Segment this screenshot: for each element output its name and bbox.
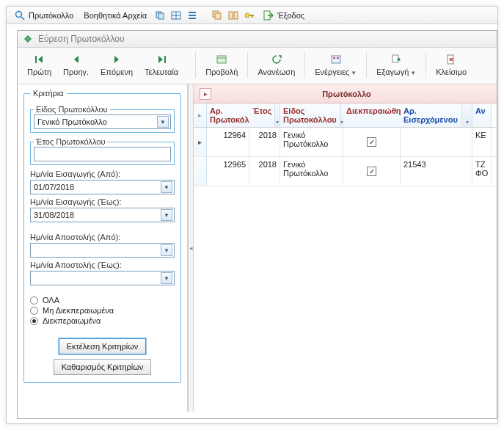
svg-rect-12 xyxy=(229,12,233,19)
row-header-knob[interactable]: ▸ xyxy=(194,103,207,127)
type-combo[interactable]: Γενικό Πρωτόκολλο ▼ xyxy=(34,114,171,129)
svg-rect-3 xyxy=(158,13,164,19)
view-icon xyxy=(216,54,227,65)
menu-aux-label: Βοηθητικά Αρχεία xyxy=(84,11,147,20)
criteria-legend: Κριτήρια xyxy=(30,89,67,98)
list-icon[interactable] xyxy=(186,10,198,21)
criteria-fieldset: Κριτήρια Είδος Πρωτοκόλλου Γενικό Πρωτόκ… xyxy=(23,89,181,383)
nav-next-button[interactable]: Επόμενη xyxy=(95,51,138,79)
close-button[interactable]: Κλείσιμο xyxy=(431,51,472,79)
radio-all[interactable]: ΟΛΑ xyxy=(30,296,175,305)
chevron-down-icon: ▼ xyxy=(161,272,172,284)
send-to-label: Ημ/νία Αποστολής (Έως): xyxy=(30,260,175,269)
svg-rect-18 xyxy=(25,36,31,42)
refresh-button[interactable]: Ανανέωση xyxy=(252,51,300,79)
menu-protocol-label: Πρωτόκολλο xyxy=(29,11,73,20)
col-eis[interactable]: Αρ. Εισερχόμενου ▾ xyxy=(401,103,472,127)
chevron-down-icon: ▼ xyxy=(161,181,172,193)
table-row[interactable]: 129652018Γενικό Πρωτόκολλο✓21543ΤΖ ΦΟ xyxy=(194,157,497,186)
cell: 2018 xyxy=(249,157,280,186)
menu-aux[interactable]: Βοηθητικά Αρχεία xyxy=(81,10,150,21)
type-fieldset: Είδος Πρωτοκόλλου Γενικό Πρωτόκολλο ▼ xyxy=(30,105,175,133)
nav-prev-button[interactable]: Προηγ. xyxy=(58,51,94,79)
svg-rect-23 xyxy=(332,56,340,63)
run-criteria-button[interactable]: Εκτέλεση Κριτηρίων xyxy=(59,338,147,354)
splitter[interactable]: ◂ xyxy=(188,84,194,412)
diamond-icon xyxy=(22,33,34,45)
col-ar[interactable]: Αρ. Πρωτοκόλλου ▾ xyxy=(207,103,249,127)
cell: 2018 xyxy=(249,128,280,156)
export-icon xyxy=(390,54,402,65)
insert-to-input[interactable]: 31/08/2018 ▼ xyxy=(30,208,175,222)
filter-icon[interactable]: ▾ xyxy=(461,103,472,127)
band-knob[interactable]: ▸ xyxy=(200,88,211,100)
cell: 12964 xyxy=(207,128,249,156)
cell-checkbox[interactable]: ✓ xyxy=(343,157,401,186)
first-icon xyxy=(34,54,45,65)
svg-rect-21 xyxy=(217,56,226,63)
svg-rect-25 xyxy=(337,57,339,59)
insert-from-input[interactable]: 01/07/2018 ▼ xyxy=(30,180,175,194)
actions-button[interactable]: Ενέργειες▼ xyxy=(310,51,362,79)
svg-rect-24 xyxy=(333,57,335,59)
svg-point-14 xyxy=(245,13,249,18)
row-indicator: ▸ xyxy=(194,128,207,156)
radio-pending[interactable]: Μη Διεκπεραιωμένα xyxy=(30,306,175,315)
cell: ΚΕ xyxy=(472,128,492,156)
checkbox-icon: ✓ xyxy=(367,167,376,176)
insert-to-label: Ημ/νία Εισαγωγής (Έως): xyxy=(30,197,175,206)
copy-icon[interactable] xyxy=(154,10,166,21)
col-diek[interactable]: Διεκπεραιώθηκε ▾ xyxy=(343,103,401,127)
col-an[interactable]: Αν xyxy=(472,103,492,127)
chevron-down-icon: ▼ xyxy=(157,116,169,128)
cell: Γενικό Πρωτόκολλο xyxy=(280,128,343,156)
subwindow-title: Εύρεση Πρωτοκόλλου xyxy=(38,34,124,44)
menu-protocol[interactable]: Πρωτόκολλο xyxy=(11,8,76,23)
chevron-down-icon: ▼ xyxy=(161,244,172,256)
radio-icon xyxy=(30,296,38,305)
chevron-down-icon: ▼ xyxy=(410,70,416,76)
cell: 21543 xyxy=(401,157,472,186)
grip-icon: ◂ xyxy=(189,244,193,252)
year-legend: Έτος Πρωτοκόλλου xyxy=(34,137,107,146)
checkbox-icon: ✓ xyxy=(367,137,376,147)
cell-checkbox[interactable]: ✓ xyxy=(343,128,401,156)
year-fieldset: Έτος Πρωτοκόλλου xyxy=(30,137,175,165)
search-icon xyxy=(14,10,26,21)
cell: ΤΖ ΦΟ xyxy=(472,157,492,186)
filter-icon[interactable]: ▾ xyxy=(274,103,280,127)
table-row[interactable]: ▸129642018Γενικό Πρωτόκολλο✓ΚΕ xyxy=(194,128,497,157)
clear-criteria-button[interactable]: Καθαρισμός Κριτηρίων xyxy=(54,359,152,375)
chevron-down-icon: ▼ xyxy=(351,70,357,76)
grid-band-title: Πρωτόκολλο xyxy=(219,90,475,98)
cards-icon[interactable] xyxy=(227,10,239,21)
send-from-input[interactable]: ▼ xyxy=(30,243,175,258)
radio-done[interactable]: Διεκπεραιωμένα xyxy=(30,316,175,325)
export-button[interactable]: Εξαγωγή▼ xyxy=(371,51,421,79)
refresh-icon xyxy=(271,54,282,65)
year-input[interactable] xyxy=(34,147,171,161)
svg-rect-19 xyxy=(35,56,37,63)
nav-first-button[interactable]: Πρώτη xyxy=(22,51,56,79)
exit-icon xyxy=(263,10,274,21)
send-to-input[interactable]: ▼ xyxy=(30,271,175,285)
last-icon xyxy=(156,54,167,65)
chevron-down-icon: ▼ xyxy=(161,209,172,221)
svg-rect-20 xyxy=(164,56,166,63)
radio-icon xyxy=(30,317,38,325)
nav-last-button[interactable]: Τελευταία xyxy=(139,51,183,79)
next-icon xyxy=(111,54,123,65)
svg-rect-13 xyxy=(234,12,238,19)
view-button[interactable]: Προβολή xyxy=(200,51,243,79)
radio-icon xyxy=(30,307,38,315)
stack-icon[interactable] xyxy=(211,10,223,21)
send-from-label: Ημ/νία Αποστολής (Από): xyxy=(30,233,175,241)
cell xyxy=(401,128,472,156)
key-icon[interactable] xyxy=(244,10,255,21)
menu-exit[interactable]: Έξοδος xyxy=(260,8,307,23)
grid-icon[interactable] xyxy=(170,10,182,21)
col-etos[interactable]: Έτος ▾ xyxy=(249,103,280,127)
insert-from-label: Ημ/νία Εισαγωγής (Από): xyxy=(30,170,175,178)
col-eidos[interactable]: Είδος Πρωτοκόλλου ▾ xyxy=(280,103,343,127)
cell: 12965 xyxy=(207,157,249,186)
